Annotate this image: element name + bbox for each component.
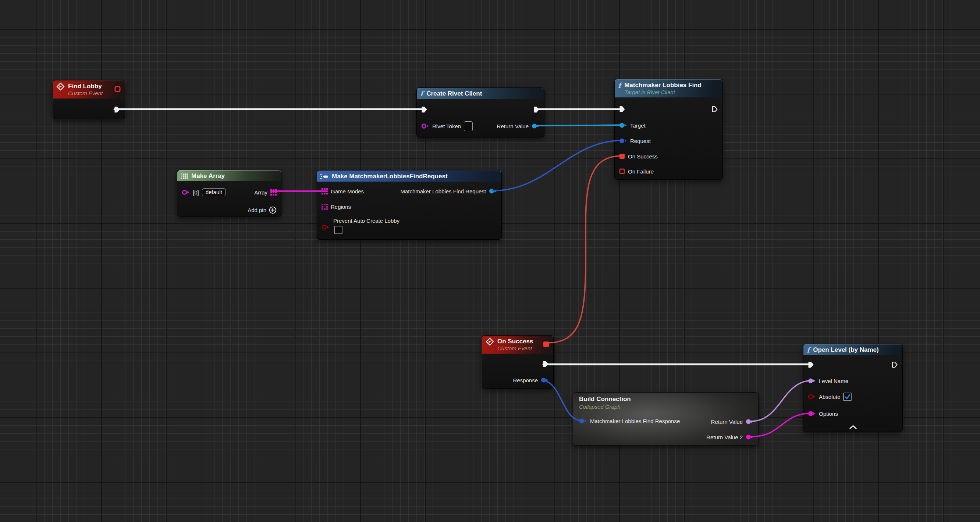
function-icon: f [420,90,423,97]
pin-find-response-in[interactable]: Matchmaker Lobbies Find Response [579,417,680,425]
exec-in-pin[interactable] [619,105,625,113]
pin-prevent-auto-create-lobby-unconnected[interactable] [321,223,329,231]
exec-in-pin[interactable] [421,106,428,114]
pin-label: Return Value [711,419,743,425]
function-icon: f [618,82,621,89]
custom-event-icon [56,83,65,91]
pin-request[interactable]: Request [619,137,651,145]
exec-out-pin[interactable] [533,106,540,114]
prevent-auto-create-lobby-checkbox[interactable] [334,226,342,234]
collapse-chevron-icon[interactable] [849,424,857,431]
element-0-value-input[interactable]: default [202,188,226,196]
pin-absolute[interactable]: Absolute [808,393,852,401]
pin-label: On Success [628,153,658,160]
node-header: Make MatchmakerLobbiesFindRequest [317,171,501,182]
node-header: f Matchmaker Lobbies Find Target is Rive… [615,79,722,97]
node-title: Matchmaker Lobbies Find [624,81,702,89]
pin-label: Response [513,377,538,383]
node-make-matchmaker-lobbies-find-request[interactable]: Make MatchmakerLobbiesFindRequest Game M… [317,170,502,240]
node-header: Make Array [177,170,281,181]
make-array-icon [181,173,188,179]
pin-label: Return Value [497,123,529,129]
pin-label: Level Name [819,378,848,384]
custom-event-icon [485,338,494,346]
pin-on-success[interactable]: On Success [619,152,658,160]
pin-return-value-2[interactable]: Return Value 2 [706,433,754,441]
node-create-rivet-client[interactable]: f Create Rivet Client Rivet Token Return… [417,87,544,138]
node-find-lobby[interactable]: Find Lobby Custom Event [52,80,125,119]
delegate-pin-unconnected[interactable] [115,86,121,92]
node-header: f Open Level (by Name) [803,344,902,355]
pin-label-prevent-auto-create-lobby: Prevent Auto Create Lobby [333,217,399,224]
node-on-success[interactable]: On Success Custom Event Response [482,335,554,389]
absolute-checkbox-checked[interactable] [843,393,852,401]
node-build-connection[interactable]: Build Connection Collapsed Graph Matchma… [573,392,759,446]
node-make-array[interactable]: Make Array [0] default Array Add pin [177,170,282,217]
exec-out-pin-unconnected[interactable] [892,361,898,369]
node-title: Find Lobby [68,83,103,90]
pin-array-out[interactable]: Array [254,188,277,196]
node-title: Open Level (by Name) [813,346,879,354]
exec-out-pin[interactable] [542,360,549,368]
node-open-level[interactable]: f Open Level (by Name) Level Name Absolu… [803,344,903,432]
pin-label: Matchmaker Lobbies Find Response [590,418,680,424]
pin-rivet-token[interactable]: Rivet Token [421,122,473,130]
pin-label: Return Value 2 [706,434,743,440]
rivet-token-input[interactable] [464,121,473,131]
exec-out-pin-unconnected[interactable] [712,105,718,113]
blueprint-graph-canvas[interactable]: Find Lobby Custom Event f Create Rivet C… [0,0,980,522]
wire-returnvalue-to-target [533,125,624,126]
pin-return-value[interactable]: Return Value [497,122,540,130]
exec-in-pin[interactable] [808,361,814,369]
function-icon: f [807,347,810,354]
pin-level-name[interactable]: Level Name [808,377,848,385]
pin-label: Rivet Token [432,123,461,129]
node-subtitle: Target is Rivet Client [624,89,702,96]
node-title: On Success [497,338,533,345]
delegate-pin-connected[interactable] [543,341,549,347]
node-title: Build Connection [579,395,631,403]
pin-find-request-out[interactable]: Matchmaker Lobbies Find Request [400,187,497,195]
node-header: Find Lobby Custom Event [53,81,125,98]
pin-element-0[interactable]: [0] default [182,188,226,196]
pin-target[interactable]: Target [619,121,646,129]
pin-return-value[interactable]: Return Value [711,417,754,426]
node-header: f Create Rivet Client [417,88,544,99]
pin-label: [0] [193,189,199,195]
node-matchmaker-lobbies-find[interactable]: f Matchmaker Lobbies Find Target is Rive… [614,79,723,180]
pin-regions-unconnected[interactable]: Regions [321,203,351,211]
node-title: Make MatchmakerLobbiesFindRequest [332,172,448,180]
make-struct-icon [320,174,329,179]
add-pin-label: Add pin [248,207,266,213]
pin-response[interactable]: Response [513,376,549,384]
wire-findrequest-to-request [492,140,622,191]
wire-onsuccess-delegate [546,156,622,343]
pin-label: Absolute [819,394,840,400]
pin-label: Regions [331,204,351,210]
pin-label: Array [254,189,267,195]
node-title: Make Array [191,172,225,180]
pin-options[interactable]: Options [808,409,838,417]
pin-label: Game Modes [331,188,364,194]
pin-label: Target [630,122,646,129]
wire-layer [0,0,980,522]
node-subtitle: Collapsed Graph [579,403,631,411]
pin-label: Matchmaker Lobbies Find Request [400,188,486,194]
node-subtitle: Custom Event [497,345,533,352]
node-title: Create Rivet Client [426,90,482,97]
pin-label: On Failure [628,168,654,175]
pin-label: Options [819,411,838,417]
node-subtitle: Custom Event [68,90,103,97]
add-pin-button[interactable]: Add pin [248,206,277,214]
pin-label: Request [630,138,651,144]
pin-on-failure-unconnected[interactable]: On Failure [619,167,654,175]
pin-game-modes[interactable]: Game Modes [321,187,364,195]
exec-out-pin[interactable] [114,106,120,114]
